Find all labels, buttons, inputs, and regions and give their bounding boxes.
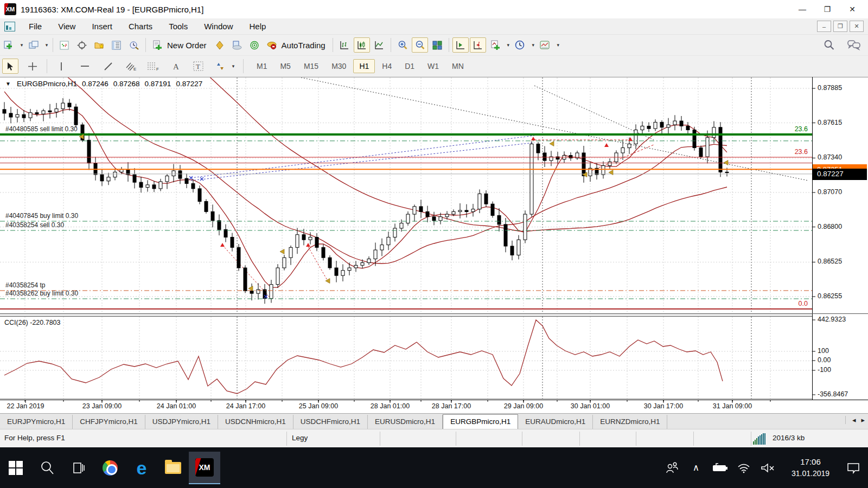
timeframe-button[interactable]: M30: [326, 59, 352, 73]
menu-item[interactable]: File: [21, 20, 50, 33]
text-tool[interactable]: A: [168, 59, 184, 74]
line-chart-mode-button[interactable]: [371, 37, 387, 53]
equidistant-channel-tool[interactable]: E: [123, 59, 139, 74]
taskbar-clock[interactable]: 17:06 31.01.2019: [781, 456, 840, 480]
chart-tab[interactable]: EURUSDmicro,H1: [368, 415, 443, 429]
new-chart-button[interactable]: [1, 37, 17, 53]
crosshair-tool-button[interactable]: [24, 59, 41, 74]
timeframe-button[interactable]: D1: [399, 59, 420, 73]
timeframe-button[interactable]: H4: [376, 59, 398, 73]
menu-item[interactable]: Insert: [84, 20, 120, 33]
autotrading-label[interactable]: AutoTrading: [282, 41, 326, 50]
child-close-button[interactable]: ✕: [850, 21, 864, 32]
data-window-button[interactable]: [126, 37, 142, 53]
chart-tab[interactable]: EURJPYmicro,H1: [0, 415, 73, 429]
drawing-toolbar: E F A T ▾ M1M5M15M30H1H4D1W1MN: [0, 56, 868, 77]
tile-windows-button[interactable]: [429, 37, 445, 53]
people-icon[interactable]: [662, 457, 682, 479]
vertical-line-tool[interactable]: [53, 59, 69, 74]
taskbar: e XM ∧ 17:06 31.01.2019: [0, 447, 868, 488]
favorites-button[interactable]: [91, 37, 107, 53]
chart-tab[interactable]: EURNZDmicro,H1: [593, 415, 667, 429]
chart-tab[interactable]: USDJPYmicro,H1: [145, 415, 218, 429]
timeframe-button[interactable]: M15: [298, 59, 324, 73]
close-button[interactable]: ✕: [840, 1, 865, 17]
arrows-dropdown[interactable]: ▾: [229, 59, 236, 74]
timeframe-button[interactable]: M5: [274, 59, 296, 73]
search-icon[interactable]: [821, 37, 837, 53]
menu-item[interactable]: Tools: [161, 20, 196, 33]
taskbar-search-icon[interactable]: [31, 452, 63, 484]
tabs-scroll-right-icon[interactable]: ▸: [861, 416, 865, 424]
text-label-tool[interactable]: T: [190, 59, 206, 74]
arrows-tool[interactable]: [212, 59, 228, 74]
tabs-scroll-left-icon[interactable]: ◂: [852, 416, 856, 424]
menu-item[interactable]: Charts: [120, 20, 161, 33]
file-explorer-icon[interactable]: [157, 452, 189, 484]
market-watch-button[interactable]: [108, 37, 125, 53]
profiles-dropdown[interactable]: ▾: [43, 37, 49, 53]
time-axis-label: 24 Jan 01:00: [157, 402, 196, 410]
chat-icon[interactable]: [846, 37, 862, 53]
bar-chart-mode-button[interactable]: [336, 37, 353, 53]
autotrading-button[interactable]: [264, 37, 280, 53]
cursor-tool-button[interactable]: [2, 59, 18, 74]
periods-button[interactable]: [512, 37, 528, 53]
restore-button[interactable]: ❐: [815, 1, 840, 17]
tray-chevron-icon[interactable]: ∧: [686, 457, 706, 479]
expert-advisors-button[interactable]: [212, 37, 228, 53]
timeframe-button[interactable]: W1: [422, 59, 445, 73]
order-line-label: #40407845 buy limit 0.30: [5, 212, 78, 220]
tick-chart-button[interactable]: [56, 37, 73, 53]
menu-item[interactable]: Help: [241, 20, 275, 33]
order-line-label: #40358254 sell 0.30: [5, 221, 64, 229]
child-minimize-button[interactable]: –: [817, 21, 831, 32]
periods-dropdown[interactable]: ▾: [529, 37, 536, 53]
child-restore-button[interactable]: ❐: [833, 21, 847, 32]
svg-text:A: A: [173, 62, 179, 71]
timeframe-button[interactable]: MN: [446, 59, 470, 73]
minimize-button[interactable]: —: [790, 1, 815, 17]
zoom-out-button[interactable]: [412, 37, 428, 53]
edge-icon[interactable]: e: [126, 452, 157, 484]
menu-item[interactable]: Window: [196, 20, 241, 33]
trendline-tool[interactable]: [100, 59, 116, 74]
scripts-button[interactable]: [229, 37, 245, 53]
battery-icon[interactable]: [710, 457, 730, 479]
chart-tab[interactable]: USDCNHmicro,H1: [218, 415, 293, 429]
action-center-icon[interactable]: [843, 457, 864, 479]
chart-shift-button[interactable]: [470, 37, 486, 53]
new-order-button[interactable]: [149, 37, 165, 53]
indicators-dropdown[interactable]: ▾: [505, 37, 511, 53]
chart-high: 0.87268: [113, 80, 140, 88]
templates-dropdown[interactable]: ▾: [554, 37, 561, 53]
chart-tab[interactable]: EURGBPmicro,H1: [443, 414, 518, 429]
menu-item[interactable]: View: [50, 20, 84, 33]
chart-tab[interactable]: EURAUDmicro,H1: [518, 415, 593, 429]
symbol-dropdown-icon[interactable]: ▼: [5, 81, 11, 87]
task-view-icon[interactable]: [63, 452, 94, 484]
chrome-icon[interactable]: [94, 452, 126, 484]
fibonacci-tool[interactable]: F: [145, 59, 162, 74]
horizontal-line-tool[interactable]: [76, 59, 93, 74]
new-order-label[interactable]: New Order: [167, 41, 207, 50]
svg-text:F: F: [156, 67, 159, 71]
profiles-button[interactable]: [25, 37, 42, 53]
chart-tab[interactable]: USDCHFmicro,H1: [293, 415, 368, 429]
chart-tab[interactable]: CHFJPYmicro,H1: [73, 415, 145, 429]
timeframe-button[interactable]: M1: [251, 59, 273, 73]
timeframe-button[interactable]: H1: [353, 59, 375, 73]
indicators-button[interactable]: [487, 37, 503, 53]
candlestick-mode-button[interactable]: [354, 37, 370, 53]
zoom-in-button[interactable]: [394, 37, 411, 53]
signals-button[interactable]: [246, 37, 263, 53]
templates-button[interactable]: [537, 37, 553, 53]
new-chart-dropdown[interactable]: ▾: [18, 37, 24, 53]
chart-open: 0.87246: [82, 80, 108, 88]
auto-scroll-button[interactable]: [452, 37, 469, 53]
volume-muted-icon[interactable]: [757, 457, 778, 479]
wifi-icon[interactable]: [733, 457, 754, 479]
metatrader-xm-icon[interactable]: XM: [189, 452, 220, 484]
start-button[interactable]: [0, 452, 31, 484]
crosshair-target-button[interactable]: [74, 37, 90, 53]
